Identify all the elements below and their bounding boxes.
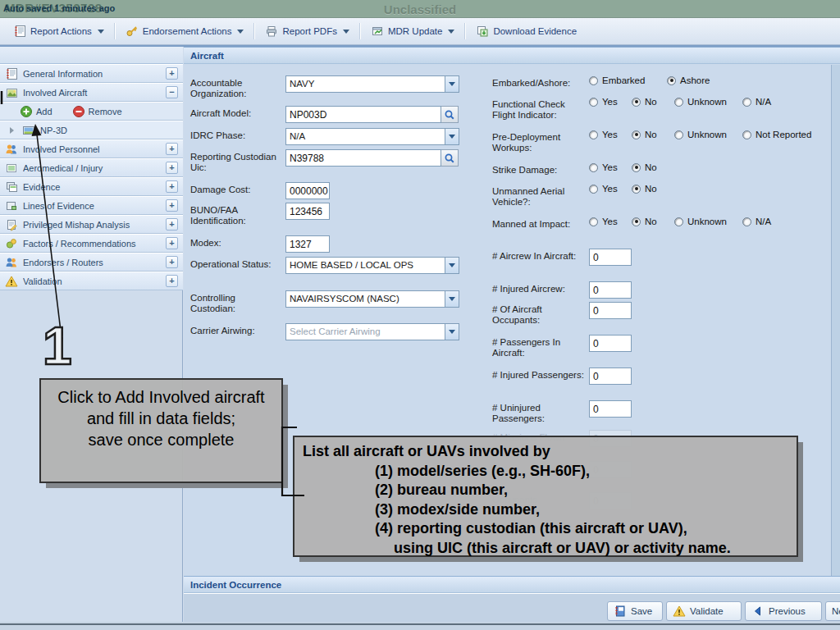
sidebar-item-lines-of-evidence[interactable]: Lines of Evidence+	[0, 196, 183, 215]
toolbar-button-report-pdfs[interactable]: Report PDFs	[258, 21, 355, 41]
save-button[interactable]: Save	[607, 601, 663, 621]
radio-yes[interactable]: Yes	[589, 130, 618, 139]
sidebar-item-evidence[interactable]: Evidence+	[0, 177, 183, 196]
radio-icon[interactable]	[742, 130, 751, 139]
toolbar-button-download-evidence[interactable]: Download Evidence	[469, 21, 583, 41]
expand-button[interactable]: +	[166, 237, 178, 249]
injured-aircrew-input[interactable]: 0	[589, 281, 632, 299]
radio-icon[interactable]	[589, 217, 598, 226]
radio-no[interactable]: No	[632, 130, 657, 139]
idrc-phase-select[interactable]: N/A	[285, 128, 459, 145]
next-button[interactable]: Next	[825, 601, 840, 621]
expand-button[interactable]: +	[166, 256, 178, 268]
sidebar-item-factors-recommendations[interactable]: Factors / Recommendations+	[0, 234, 183, 253]
sidebar-aircraft-actions-row: AddRemove	[0, 102, 183, 121]
radio-unknown[interactable]: Unknown	[674, 217, 727, 226]
expand-button[interactable]: +	[166, 275, 178, 287]
radio-icon[interactable]	[589, 163, 598, 172]
radio-n-a[interactable]: N/A	[742, 217, 771, 226]
injured-passengers-input[interactable]: 0	[589, 368, 632, 385]
sidebar-item-involved-aircraft[interactable]: Involved Aircraft−	[0, 83, 183, 102]
radio-no[interactable]: No	[632, 97, 657, 107]
radio-icon[interactable]	[674, 98, 683, 107]
validate-button[interactable]: Validate	[666, 601, 742, 621]
tree-expander-icon[interactable]	[10, 127, 14, 134]
buno-faa-identification-input[interactable]: 123456	[285, 203, 330, 220]
toolbar-button-label: Endorsement Actions	[143, 26, 232, 36]
damage-cost-input[interactable]: 0000000	[285, 182, 330, 199]
toolbar-button-mdr-update[interactable]: MDR Update	[364, 21, 461, 41]
aircraft-model-input[interactable]: NP003D	[285, 106, 441, 123]
expand-button[interactable]: +	[166, 162, 178, 174]
sidebar-item-privileged-mishap-analysis[interactable]: Privileged Mishap Analysis+	[0, 215, 183, 234]
radio-unknown[interactable]: Unknown	[674, 130, 727, 139]
passengers-in-aircraft-input[interactable]: 0	[589, 335, 632, 352]
radio-option-label: No	[645, 130, 657, 139]
radio-no[interactable]: No	[632, 217, 657, 226]
chevron-down-icon	[449, 135, 455, 139]
radio-n-a[interactable]: N/A	[742, 97, 771, 107]
radio-no[interactable]: No	[632, 162, 657, 172]
of-aircraft-occupants-input[interactable]: 0	[589, 302, 632, 319]
collapse-button[interactable]: −	[166, 86, 178, 98]
dropdown-button[interactable]	[445, 324, 459, 340]
sidebar-item-endorsers-routers[interactable]: Endorsers / Routers+	[0, 253, 183, 272]
sidebar-item-involved-personnel[interactable]: Involved Personnel+	[0, 139, 183, 158]
radio-selected-icon[interactable]	[632, 217, 641, 226]
radio-icon[interactable]	[589, 76, 598, 85]
sidebar-tree-node-np-3d[interactable]: NP-3D	[0, 121, 183, 139]
sidebar-item-validation[interactable]: Validation+	[0, 272, 183, 290]
aircrew-in-aircraft-input[interactable]: 0	[589, 249, 632, 266]
radio-icon[interactable]	[589, 98, 598, 107]
sidebar-item-aeromedical-injury[interactable]: Aeromedical / Injury+	[0, 158, 183, 177]
previous-button[interactable]: Previous	[745, 601, 822, 621]
radio-selected-icon[interactable]	[632, 98, 641, 107]
expand-button[interactable]: +	[166, 143, 178, 155]
radio-icon[interactable]	[742, 217, 751, 226]
radio-icon[interactable]	[589, 130, 598, 139]
radio-ashore[interactable]: Ashore	[667, 75, 710, 85]
dropdown-button[interactable]	[445, 291, 459, 307]
radio-embarked[interactable]: Embarked	[589, 75, 645, 85]
radio-yes[interactable]: Yes	[589, 184, 618, 194]
carrier-airwing-select[interactable]: Select Carrier Airwing	[285, 323, 459, 340]
remove-aircraft-button[interactable]: Remove	[72, 105, 122, 118]
add-aircraft-button[interactable]: Add	[20, 105, 52, 118]
radio-row-pre-deployment-workups: Pre-Deployment Workups:YesNoUnknownNot R…	[492, 130, 837, 166]
expand-button[interactable]: +	[166, 199, 178, 212]
radio-selected-icon[interactable]	[667, 76, 676, 85]
incident-occurrence-section-header[interactable]: Incident Occurrence	[184, 576, 840, 593]
operational-status-select[interactable]: HOME BASED / LOCAL OPS	[285, 257, 459, 274]
radio-yes[interactable]: Yes	[589, 97, 618, 107]
radio-selected-icon[interactable]	[632, 185, 641, 194]
toolbar-button-endorsement-actions[interactable]: Endorsement Actions	[119, 21, 251, 41]
radio-icon[interactable]	[589, 185, 598, 194]
expand-button[interactable]: +	[166, 180, 178, 193]
radio-selected-icon[interactable]	[632, 163, 641, 172]
radio-no[interactable]: No	[632, 184, 657, 194]
radio-not-reported[interactable]: Not Reported	[742, 130, 811, 139]
search-button[interactable]	[441, 106, 459, 123]
radio-icon[interactable]	[674, 217, 683, 226]
radio-selected-icon[interactable]	[632, 130, 641, 139]
controlling-custodian-select[interactable]: NAVAIRSYSCOM (NASC)	[285, 290, 459, 308]
field-label: IDRC Phase:	[190, 128, 281, 141]
radio-icon[interactable]	[742, 98, 751, 107]
radio-icon[interactable]	[674, 130, 683, 139]
radio-yes[interactable]: Yes	[589, 162, 618, 172]
toolbar-button-report-actions[interactable]: Report Actions	[7, 21, 111, 41]
radio-yes[interactable]: Yes	[589, 217, 618, 226]
expand-button[interactable]: +	[166, 67, 178, 80]
accountable-organization-select[interactable]: NAVY	[285, 75, 459, 93]
expand-button[interactable]: +	[166, 218, 178, 231]
radio-unknown[interactable]: Unknown	[674, 97, 727, 107]
field-label: BUNO/FAA Identification:	[190, 203, 281, 226]
search-button[interactable]	[441, 149, 459, 167]
uninjured-passengers-input[interactable]: 0	[589, 400, 632, 418]
dropdown-button[interactable]	[445, 76, 459, 92]
dropdown-button[interactable]	[445, 129, 459, 144]
modex-input[interactable]: 1327	[285, 235, 330, 253]
reporting-custodian-uic-input[interactable]: N39788	[285, 149, 441, 167]
dropdown-button[interactable]	[445, 258, 459, 273]
sidebar-item-general-information[interactable]: General Information+	[0, 64, 183, 83]
